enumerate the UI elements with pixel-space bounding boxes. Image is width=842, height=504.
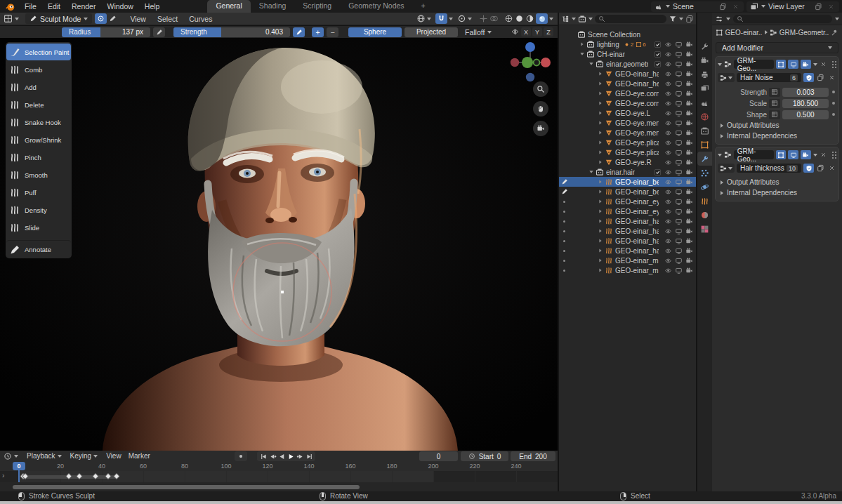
fake-user-shield-icon[interactable] <box>803 164 814 173</box>
topbar-menu-item[interactable]: File <box>19 0 42 13</box>
properties-search-input[interactable] <box>733 15 832 23</box>
render-visibility-icon[interactable] <box>685 168 693 176</box>
mask-pen-toggle[interactable] <box>107 13 119 24</box>
outliner-row[interactable]: GEO-einar_hair. <box>559 226 696 236</box>
display-editmode-toggle[interactable] <box>776 60 787 69</box>
tab-render[interactable] <box>697 53 712 67</box>
display-render-toggle[interactable] <box>801 60 811 69</box>
render-visibility-icon[interactable] <box>685 267 693 274</box>
pin-icon[interactable] <box>831 29 838 37</box>
tab-scene[interactable] <box>697 95 712 110</box>
exclude-checkbox[interactable] <box>654 41 662 48</box>
tool-button[interactable]: Pinch <box>6 149 71 166</box>
expand-arrow-icon[interactable] <box>579 42 585 46</box>
outliner-row[interactable]: GEO-eye.cornea <box>559 98 696 108</box>
display-mode-icon[interactable] <box>578 15 586 23</box>
tab-view-layer[interactable] <box>697 81 712 95</box>
tool-button[interactable]: Add <box>6 79 71 95</box>
expand-arrow-icon[interactable] <box>597 131 603 135</box>
unlink-icon[interactable] <box>827 164 836 173</box>
drag-handle[interactable] <box>831 60 836 68</box>
viewport-visibility-icon[interactable] <box>675 208 683 215</box>
field-value[interactable]: 0.003 <box>782 88 829 97</box>
section-internal-dependencies[interactable]: Internal Dependencies <box>718 187 836 198</box>
subtract-mode-button[interactable]: − <box>327 27 338 37</box>
add-mode-button[interactable]: + <box>312 27 324 37</box>
outliner-row[interactable]: GEO-eye.menisc <box>559 118 696 128</box>
hide-eye-icon[interactable] <box>664 267 672 274</box>
expand-arrow-icon[interactable] <box>597 229 603 233</box>
render-visibility-icon[interactable] <box>685 149 693 157</box>
pan-button[interactable] <box>533 101 548 117</box>
hide-eye-icon[interactable] <box>664 188 672 196</box>
view-layer-selector[interactable]: View Layer <box>746 1 839 12</box>
render-visibility-icon[interactable] <box>685 129 693 137</box>
hide-eye-icon[interactable] <box>664 198 672 206</box>
expand-arrow-icon[interactable] <box>597 199 603 204</box>
workspace-tab[interactable]: Scripting <box>294 0 340 13</box>
outliner-row[interactable]: GEO-eye.menisc <box>559 128 696 138</box>
shading-material-icon[interactable] <box>525 14 534 23</box>
timeline-menu-item[interactable]: Marker <box>124 451 152 462</box>
expand-arrow-icon[interactable] <box>588 62 594 65</box>
hide-eye-icon[interactable] <box>664 51 672 58</box>
render-visibility-icon[interactable] <box>685 208 693 215</box>
render-visibility-icon[interactable] <box>685 41 693 48</box>
render-visibility-icon[interactable] <box>685 237 693 245</box>
viewport-visibility-icon[interactable] <box>675 237 683 245</box>
input-attribute-toggle[interactable] <box>769 99 780 108</box>
tab-texture[interactable] <box>697 222 712 236</box>
expand-arrow-icon[interactable] <box>597 209 603 213</box>
topbar-menu-item[interactable]: Window <box>101 0 138 13</box>
radius-slider[interactable]: Radius 137 px <box>62 27 150 37</box>
modifier-name-field[interactable]: GRM-Geo... <box>734 60 774 69</box>
timeline-menu-item[interactable]: Playback <box>22 451 58 462</box>
viewport-visibility-icon[interactable] <box>675 110 683 117</box>
close-icon[interactable] <box>820 60 829 69</box>
expand-arrow-icon[interactable] <box>597 101 603 105</box>
viewport-visibility-icon[interactable] <box>675 100 683 107</box>
tool-button[interactable]: Annotate <box>6 240 71 257</box>
new-collection-icon[interactable] <box>685 15 694 23</box>
users-count-badge[interactable]: 10 <box>787 165 798 172</box>
scene-selector[interactable]: Scene <box>651 1 744 12</box>
hide-eye-icon[interactable] <box>664 218 672 225</box>
proportional-editing-icon[interactable] <box>457 14 466 23</box>
next-keyframe-button[interactable] <box>296 452 304 460</box>
render-visibility-icon[interactable] <box>685 247 693 255</box>
channel-expander-icon[interactable]: › <box>2 472 4 479</box>
strength-pressure-icon[interactable] <box>293 27 305 37</box>
remove-view-layer-icon[interactable] <box>826 1 836 11</box>
zoom-button[interactable] <box>533 81 548 97</box>
topbar-menu-item[interactable]: Edit <box>42 0 66 13</box>
workspace-tab[interactable]: General <box>207 0 250 13</box>
expand-arrow-icon[interactable] <box>597 150 603 154</box>
outliner-row[interactable]: lighting 2 6 <box>559 39 696 49</box>
projected-button[interactable]: Projected <box>404 27 458 37</box>
expand-arrow-icon[interactable] <box>597 190 603 194</box>
drag-handle[interactable] <box>831 151 836 159</box>
tab-world[interactable] <box>697 110 712 124</box>
section-output-attributes[interactable]: Output Attributes <box>718 120 836 131</box>
tab-output[interactable] <box>697 67 712 81</box>
add-modifier-button[interactable]: Add Modifier <box>716 42 838 53</box>
hide-eye-icon[interactable] <box>664 257 672 265</box>
hide-eye-icon[interactable] <box>664 80 672 88</box>
field-value[interactable]: 0.500 <box>782 110 829 119</box>
render-visibility-icon[interactable] <box>685 159 693 166</box>
hide-eye-icon[interactable] <box>664 129 672 137</box>
mirror-axis-button[interactable]: Z <box>544 27 553 37</box>
breadcrumb-object[interactable]: GEO-einar... <box>725 29 763 37</box>
strength-slider[interactable]: Strength 0.403 <box>173 27 290 37</box>
blender-logo-icon[interactable] <box>0 2 19 11</box>
section-internal-dependencies[interactable]: Internal Dependencies <box>718 131 836 141</box>
fake-user-shield-icon[interactable] <box>803 73 814 82</box>
modifier-name-field[interactable]: GRM-Geo... <box>734 150 774 159</box>
play-reverse-button[interactable] <box>277 452 286 460</box>
expand-arrow-icon[interactable] <box>579 53 585 55</box>
input-attribute-toggle[interactable] <box>769 110 780 119</box>
viewport-visibility-icon[interactable] <box>675 168 683 176</box>
render-visibility-icon[interactable] <box>685 119 693 127</box>
viewport-menu-item[interactable]: Curves <box>183 13 218 25</box>
outliner-row[interactable]: GEO-einar_must <box>559 265 696 275</box>
